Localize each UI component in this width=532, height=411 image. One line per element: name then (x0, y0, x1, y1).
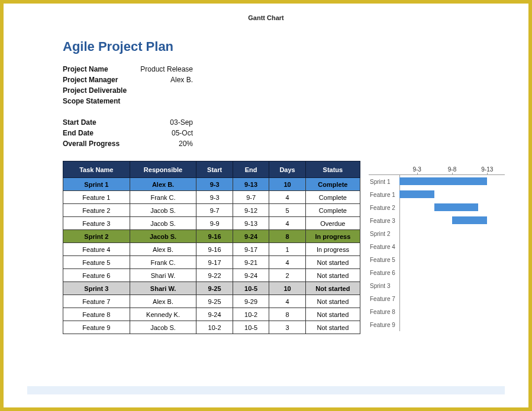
gantt-track (399, 227, 505, 240)
cell-days: 4 (269, 295, 305, 308)
cell-status: Not started (305, 295, 360, 308)
cell-days: 10 (269, 178, 305, 191)
meta-progress-label: Overall Progress (63, 140, 140, 148)
gantt-row: Feature 7 (369, 292, 505, 305)
gantt-row-label: Sprint 1 (369, 179, 399, 185)
cell-responsible: Jacob S. (130, 321, 196, 334)
cell-start: 9-24 (196, 308, 233, 321)
gantt-track (399, 214, 505, 227)
th-responsible: Responsible (130, 161, 196, 178)
gantt-track (399, 201, 505, 214)
gantt-chart: 9-39-89-13 Sprint 1Feature 1Feature 2Fea… (369, 161, 505, 334)
table-row: Sprint 1Alex B.9-39-1310Complete (63, 178, 360, 191)
cell-start: 9-3 (196, 191, 233, 204)
cell-status: In progress (305, 243, 360, 256)
cell-task: Sprint 3 (63, 282, 130, 295)
cell-start: 9-16 (196, 230, 233, 243)
meta-end-value: 05-Oct (140, 129, 193, 137)
gantt-row: Feature 1 (369, 188, 505, 201)
meta-project-name-label: Project Name (63, 65, 140, 73)
cell-days: 8 (269, 308, 305, 321)
cell-responsible: Jacob S. (130, 204, 196, 217)
gantt-row: Sprint 1 (369, 175, 505, 188)
cell-task: Feature 3 (63, 217, 130, 230)
gantt-row: Feature 2 (369, 201, 505, 214)
gantt-track (399, 279, 505, 292)
cell-end: 9-29 (233, 295, 269, 308)
meta-start-label: Start Date (63, 118, 140, 127)
cell-status: Overdue (305, 217, 360, 230)
meta-progress-value: 20% (140, 140, 193, 148)
gantt-bar (452, 216, 487, 224)
gantt-row-label: Feature 9 (369, 322, 399, 328)
cell-task: Feature 8 (63, 308, 130, 321)
meta-project-name-value: Product Release (140, 65, 193, 73)
cell-days: 3 (269, 321, 305, 334)
cell-task: Feature 9 (63, 321, 130, 334)
footer-band (27, 386, 505, 394)
gantt-bar (399, 177, 487, 185)
table-row: Feature 2Jacob S.9-79-125Complete (63, 204, 360, 217)
cell-start: 9-7 (196, 204, 233, 217)
gantt-x-axis: 9-39-89-13 (369, 161, 505, 175)
gantt-row: Feature 8 (369, 305, 505, 318)
cell-task: Feature 4 (63, 243, 130, 256)
gantt-row: Sprint 3 (369, 279, 505, 292)
cell-status: Complete (305, 204, 360, 217)
cell-status: Not started (305, 321, 360, 334)
table-row: Feature 9Jacob S.10-210-53Not started (63, 321, 360, 334)
gantt-row: Sprint 2 (369, 227, 505, 240)
cell-responsible: Alex B. (130, 178, 196, 191)
cell-end: 9-13 (233, 178, 269, 191)
cell-responsible: Shari W. (130, 282, 196, 295)
meta-deliverable-label: Project Deliverable (63, 86, 140, 95)
cell-responsible: Frank C. (130, 191, 196, 204)
gantt-bar (434, 203, 478, 211)
cell-responsible: Kennedy K. (130, 308, 196, 321)
meta-project-manager-value: Alex B. (140, 76, 193, 84)
gantt-row-label: Feature 3 (369, 218, 399, 224)
cell-status: In progress (305, 230, 360, 243)
gantt-row: Feature 9 (369, 318, 505, 331)
table-row: Feature 1Frank C.9-39-74Complete (63, 191, 360, 204)
th-end: End (233, 161, 269, 178)
task-table-header-row: Task Name Responsible Start End Days Sta… (63, 161, 360, 178)
cell-start: 10-2 (196, 321, 233, 334)
cell-task: Feature 7 (63, 295, 130, 308)
task-table: Task Name Responsible Start End Days Sta… (63, 161, 360, 334)
cell-start: 9-25 (196, 282, 233, 295)
cell-end: 9-7 (233, 191, 269, 204)
cell-end: 9-24 (233, 230, 269, 243)
gantt-track (399, 266, 505, 279)
th-start: Start (196, 161, 233, 178)
gantt-row-label: Feature 6 (369, 270, 399, 276)
gantt-row-label: Feature 5 (369, 257, 399, 263)
gantt-track (399, 253, 505, 266)
gantt-row-label: Feature 8 (369, 309, 399, 315)
gantt-row-label: Feature 7 (369, 296, 399, 302)
cell-days: 4 (269, 191, 305, 204)
meta-scope-label: Scope Statement (63, 97, 140, 105)
cell-days: 10 (269, 282, 305, 295)
cell-start: 9-16 (196, 243, 233, 256)
meta-start-value: 03-Sep (140, 118, 193, 127)
gantt-track (399, 175, 505, 188)
cell-responsible: Alex B. (130, 295, 196, 308)
cell-end: 9-21 (233, 256, 269, 269)
cell-end: 9-12 (233, 204, 269, 217)
cell-task: Feature 1 (63, 191, 130, 204)
gantt-tick: 9-13 (470, 166, 505, 173)
cell-responsible: Alex B. (130, 243, 196, 256)
gantt-row: Feature 5 (369, 253, 505, 266)
cell-responsible: Frank C. (130, 256, 196, 269)
cell-start: 9-22 (196, 269, 233, 282)
table-row: Sprint 2Jacob S.9-169-248In progress (63, 230, 360, 243)
gantt-track (399, 188, 505, 201)
cell-status: Complete (305, 191, 360, 204)
cell-task: Sprint 2 (63, 230, 130, 243)
gantt-row: Feature 6 (369, 266, 505, 279)
cell-days: 4 (269, 217, 305, 230)
cell-status: Not started (305, 282, 360, 295)
gantt-row-label: Feature 4 (369, 244, 399, 250)
cell-task: Feature 6 (63, 269, 130, 282)
